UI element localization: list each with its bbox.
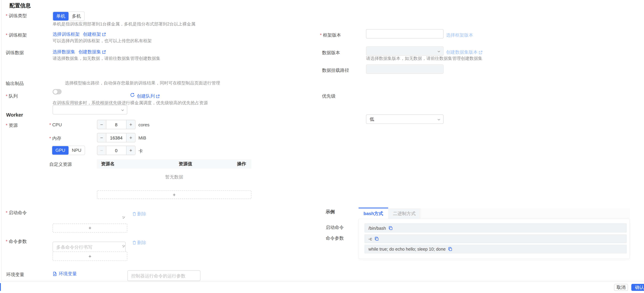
cpu-plus-button[interactable]: + <box>126 120 135 129</box>
accelerator-option-npu[interactable]: NPU <box>68 146 84 155</box>
required-asterisk: * <box>6 93 8 98</box>
file-plus-icon <box>52 272 57 276</box>
col-actions: 操作 <box>237 161 246 167</box>
resize-grip[interactable] <box>122 245 125 247</box>
memory-unit: MiB <box>138 135 146 140</box>
required-asterisk: * <box>320 32 322 37</box>
memory-input[interactable] <box>106 133 126 142</box>
custom-resource-table-header: 资源名 资源值 操作 <box>97 159 251 169</box>
priority-select[interactable] <box>366 115 444 124</box>
framework-version-label: *框架版本 <box>320 32 341 38</box>
output-artifact-toggle[interactable] <box>52 89 62 94</box>
copy-icon[interactable] <box>448 247 452 251</box>
example-args-row-2: while true; do echo hello; sleep 10; don… <box>364 245 627 254</box>
footer-bar: 取消 确认 <box>0 281 644 293</box>
copy-icon[interactable] <box>374 237 378 241</box>
accelerator-minus-button[interactable]: − <box>98 146 106 155</box>
accelerator-input[interactable] <box>106 146 126 155</box>
select-framework-version-link[interactable]: 选择框架版本 <box>446 32 473 38</box>
select-dataset-link[interactable]: 选择数据集 <box>52 49 75 55</box>
output-artifact-label: 输出制品 <box>6 80 24 86</box>
cancel-button[interactable]: 取消 <box>614 284 628 291</box>
col-resource-value: 资源值 <box>179 161 192 167</box>
memory-minus-button[interactable]: − <box>98 133 106 142</box>
custom-resource-empty-text: 暂无数据 <box>97 169 251 190</box>
external-link-icon <box>102 50 106 54</box>
training-type-segmented: 单机 多机 <box>52 11 84 21</box>
start-command-delete-link[interactable]: 删除 <box>132 211 146 217</box>
start-command-label: *启动命令 <box>6 210 27 216</box>
queue-label: *队列 <box>6 93 18 99</box>
memory-stepper: − + <box>97 133 136 142</box>
create-dataset-version-link[interactable]: 创建数据集版本 <box>446 49 482 55</box>
col-resource-name: 资源名 <box>101 161 114 167</box>
select-training-framework-link[interactable]: 选择训练框架 <box>52 31 80 37</box>
add-start-command-button[interactable]: + <box>52 224 127 233</box>
chevron-down-icon <box>121 106 124 113</box>
training-type-label: *训练类型 <box>6 13 27 19</box>
data-version-select[interactable] <box>366 46 444 56</box>
data-mount-path-input <box>366 64 444 74</box>
clipped-left-button-fragment <box>0 283 1 291</box>
training-framework-hint: 可以选择内置的训练框架，也可以上传您的私有框架 <box>52 38 152 44</box>
training-type-option-single[interactable]: 单机 <box>53 12 69 20</box>
priority-value[interactable] <box>366 115 444 124</box>
add-command-args-button[interactable]: + <box>52 252 127 261</box>
resource-label: *资源 <box>6 122 18 128</box>
data-version-label: 数据版本 <box>322 49 340 56</box>
start-command-textarea[interactable] <box>52 242 126 252</box>
required-asterisk: * <box>6 123 8 128</box>
refresh-icon[interactable] <box>130 93 135 97</box>
priority-label: 优先级 <box>322 93 336 99</box>
resize-grip[interactable] <box>122 216 125 219</box>
code-text: while true; do echo hello; sleep 10; don… <box>368 247 446 252</box>
data-version-value <box>366 46 444 56</box>
tab-bash[interactable]: bash方式 <box>358 208 388 219</box>
required-asterisk: * <box>49 122 51 127</box>
command-args-delete-link[interactable]: 删除 <box>132 240 146 246</box>
queue-value[interactable] <box>52 105 127 114</box>
example-start-command-label: 启动命令 <box>326 225 344 231</box>
copy-icon[interactable] <box>388 226 392 230</box>
trash-icon <box>132 212 136 216</box>
create-framework-link[interactable]: 创建框架 <box>83 31 106 37</box>
queue-hint: 在训练应用较多时，系统根据优先级进行裸金属调度，优先级较高的优先抢占资源 <box>52 100 208 106</box>
custom-resource-label: 自定义资源 <box>49 161 72 167</box>
page-title: 配置信息 <box>10 2 31 9</box>
example-panel: /bin/bash -c while true; do echo hello; … <box>358 219 630 259</box>
cpu-label: *CPU <box>49 122 62 127</box>
chevron-down-icon <box>437 47 441 55</box>
tab-binary[interactable]: 二进制方式 <box>388 208 420 219</box>
code-text: -c <box>368 236 372 241</box>
framework-version-input[interactable] <box>366 29 444 38</box>
confirm-button[interactable]: 确认 <box>631 284 644 291</box>
cpu-input[interactable] <box>106 120 126 129</box>
add-custom-resource-button[interactable]: + <box>97 190 251 199</box>
required-asterisk: * <box>6 210 8 215</box>
queue-select[interactable] <box>52 105 127 114</box>
memory-plus-button[interactable]: + <box>126 133 135 142</box>
accelerator-option-gpu[interactable]: GPU <box>52 146 69 155</box>
external-link-icon <box>478 50 482 54</box>
command-args-label: *命令参数 <box>6 238 27 245</box>
create-queue-link[interactable]: 创建队列 <box>137 93 160 99</box>
training-data-label: 训练数据 <box>6 49 24 56</box>
required-asterisk: * <box>49 136 51 141</box>
required-asterisk: * <box>6 13 8 18</box>
env-vars-add-link[interactable]: 环境变量 <box>52 271 77 277</box>
output-artifact-desc: 选择模型输出路径，自动保存您最新的训练结果，同时可在模型制品页面进行管理 <box>65 80 220 86</box>
create-dataset-link[interactable]: 创建数据集 <box>78 49 106 55</box>
example-tabs: bash方式 二进制方式 <box>358 208 420 219</box>
training-type-option-multi[interactable]: 多机 <box>69 12 84 20</box>
training-data-hint: 请选择数据集，如无数据，请前往数据集管理创建数据集 <box>52 56 160 61</box>
chevron-down-icon <box>437 116 441 123</box>
required-asterisk: * <box>6 239 8 244</box>
cpu-minus-button[interactable]: − <box>98 120 106 129</box>
trash-icon <box>132 240 136 245</box>
training-type-hint: 单机是指训练应用部署到1台裸金属，多机是指分布式部署到2台以上裸金属 <box>52 21 195 27</box>
accelerator-stepper: − + <box>97 146 136 155</box>
command-args-textarea[interactable] <box>128 271 200 281</box>
example-args-row-1: -c <box>364 234 627 243</box>
cpu-unit: cores <box>138 122 150 127</box>
accelerator-plus-button[interactable]: + <box>126 146 135 155</box>
